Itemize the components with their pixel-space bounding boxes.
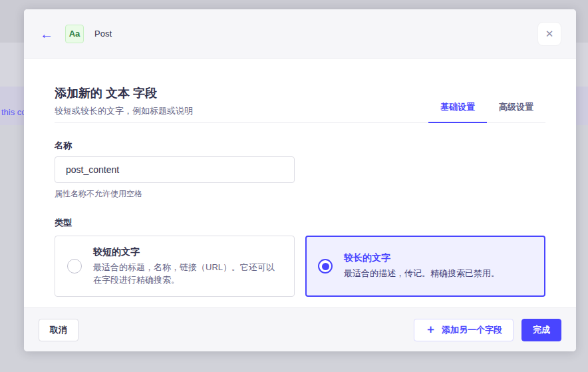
name-label: 名称 — [55, 140, 545, 152]
option-description: 最适合的标题，名称，链接（URL）。它还可以在字段进行精确搜索。 — [93, 262, 282, 287]
close-button[interactable]: ✕ — [537, 22, 561, 46]
text-field-type-icon-label: Aa — [69, 29, 80, 39]
option-short-text[interactable]: 较短的文字 最适合的标题，名称，链接（URL）。它还可以在字段进行精确搜索。 — [55, 236, 295, 297]
background-link-text: this co — [1, 107, 27, 117]
type-option-grid: 较短的文字 最适合的标题，名称，链接（URL）。它还可以在字段进行精确搜索。 较… — [55, 236, 545, 297]
back-button[interactable]: ← — [39, 26, 55, 42]
option-title: 较短的文字 — [93, 246, 282, 258]
type-label: 类型 — [55, 217, 545, 229]
radio-checked-icon[interactable] — [318, 259, 333, 274]
radio-dot — [322, 263, 329, 270]
name-hint: 属性名称不允许使用空格 — [55, 188, 545, 200]
radio-unchecked-icon[interactable] — [67, 259, 82, 274]
name-field-group: 名称 属性名称不允许使用空格 — [55, 140, 545, 200]
settings-tabs: 基础设置 高级设置 — [428, 93, 545, 122]
title-and-tabs-row: 添加新的 文本 字段 较短或较长的文字，例如标题或说明 基础设置 高级设置 — [55, 85, 545, 123]
back-arrow-icon: ← — [40, 27, 53, 41]
finish-button[interactable]: 完成 — [521, 319, 561, 341]
modal-footer: 取消 ＋ 添加另一个字段 完成 — [24, 307, 576, 351]
option-long-text[interactable]: 较长的文字 最适合的描述，传记。精确搜索已禁用。 — [305, 236, 545, 297]
modal-title: 添加新的 文本 字段 — [55, 85, 193, 101]
footer-actions: ＋ 添加另一个字段 完成 — [414, 319, 561, 341]
option-long-text-texts: 较长的文字 最适合的描述，传记。精确搜索已禁用。 — [344, 252, 500, 280]
modal-body: 添加新的 文本 字段 较短或较长的文字，例如标题或说明 基础设置 高级设置 名称… — [24, 59, 576, 307]
modal-subtitle: 较短或较长的文字，例如标题或说明 — [55, 105, 193, 117]
content-type-name: Post — [94, 29, 112, 39]
add-field-modal: ← Aa Post ✕ 添加新的 文本 字段 较短或较长的文字，例如标题或说明 … — [24, 9, 576, 351]
add-another-field-label: 添加另一个字段 — [442, 324, 502, 336]
type-field-group: 类型 较短的文字 最适合的标题，名称，链接（URL）。它还可以在字段进行精确搜索… — [55, 217, 545, 297]
option-short-text-texts: 较短的文字 最适合的标题，名称，链接（URL）。它还可以在字段进行精确搜索。 — [93, 246, 282, 287]
cancel-button[interactable]: 取消 — [39, 319, 78, 341]
tab-basic-settings[interactable]: 基础设置 — [428, 93, 487, 123]
add-another-field-button[interactable]: ＋ 添加另一个字段 — [414, 319, 514, 341]
close-icon: ✕ — [545, 29, 554, 39]
name-input[interactable] — [55, 156, 295, 183]
option-description: 最适合的描述，传记。精确搜索已禁用。 — [344, 268, 500, 280]
modal-title-block: 添加新的 文本 字段 较短或较长的文字，例如标题或说明 — [55, 85, 193, 122]
plus-icon: ＋ — [425, 323, 436, 335]
tab-advanced-settings[interactable]: 高级设置 — [487, 93, 545, 123]
text-field-type-icon: Aa — [65, 25, 84, 43]
option-title: 较长的文字 — [344, 252, 500, 264]
modal-header: ← Aa Post ✕ — [24, 9, 576, 59]
screen: this co ← Aa Post ✕ 添加新的 文本 字段 较短或较长的文字，… — [0, 0, 588, 372]
